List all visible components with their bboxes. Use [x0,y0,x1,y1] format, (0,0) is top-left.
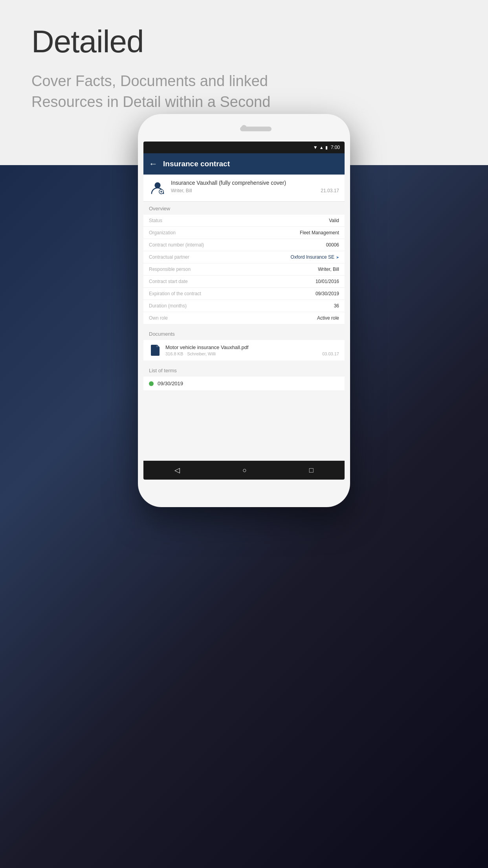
terms-status-dot [149,381,154,386]
detail-label: Contractual partner [149,254,244,260]
detail-row: Expiration of the contract09/30/2019 [143,288,345,300]
detail-row: StatusValid [143,215,345,227]
nav-bar: ◁ ○ □ [143,461,345,480]
status-icons: ▼ ▲ ▮ 7:00 [313,145,340,150]
battery-icon: ▮ [325,145,328,150]
doc-author: Schreiber, Willi [187,351,216,356]
detail-row: OrganizationFleet Management [143,227,345,239]
spacer-2 [143,360,345,364]
hero-title: Detailed [31,24,144,60]
detail-label: Organization [149,230,244,235]
documents-section-header: Documents [143,327,345,340]
spacer-1 [143,324,345,327]
detail-value: 00006 [244,242,339,248]
hero-subtitle: Cover Facts, Documents and linked Resour… [31,71,306,112]
link-arrow-icon: ➤ [336,255,339,259]
detail-label: Duration (months) [149,303,244,309]
terms-card: 09/30/2019 [143,377,345,390]
doc-name: Motor vehicle insurance Vauxhall.pdf [165,344,339,350]
status-bar: ▼ ▲ ▮ 7:00 [143,142,345,153]
detail-row: Duration (months)36 [143,300,345,312]
detail-label: Expiration of the contract [149,291,244,296]
signal-icon: ▲ [319,145,324,150]
detail-value[interactable]: Oxford Insurance SE ➤ [244,254,339,260]
detail-row: Contract start date10/01/2016 [143,276,345,288]
contract-name: Insurance Vauxhall (fully comprehensive … [171,179,339,186]
status-time: 7:00 [331,145,340,150]
doc-meta: 316.8 KB Schreiber, Willi 03.03.17 [165,351,339,356]
doc-info: Motor vehicle insurance Vauxhall.pdf 316… [165,344,339,356]
detail-label: Contract number (internal) [149,242,244,248]
content-area[interactable]: Overview StatusValidOrganizationFleet Ma… [143,202,345,461]
detail-label: Contract start date [149,279,244,284]
documents-card: Motor vehicle insurance Vauxhall.pdf 316… [143,340,345,360]
app-bar-title: Insurance contract [163,160,230,168]
nav-home-button[interactable]: ○ [235,463,255,478]
wifi-icon: ▼ [313,145,318,150]
detail-value: Valid [244,218,339,223]
contract-date: 21.03.17 [321,188,339,193]
contract-info: Insurance Vauxhall (fully comprehensive … [171,179,339,193]
document-row[interactable]: Motor vehicle insurance Vauxhall.pdf 316… [143,340,345,360]
detail-label: Status [149,218,244,223]
doc-size: 316.8 KB [165,351,183,356]
nav-back-button[interactable]: ◁ [167,463,188,478]
overview-section-header: Overview [143,202,345,215]
detail-value: 36 [244,303,339,309]
detail-value: Writer, Bill [244,267,339,272]
contract-author: Writer, Bill [171,188,192,193]
detail-label: Responsible person [149,267,244,272]
back-button[interactable]: ← [149,159,158,169]
contract-icon [149,179,166,197]
detail-label: Own role [149,315,244,321]
detail-value: 09/30/2019 [244,291,339,296]
detail-row: Responsible personWriter, Bill [143,263,345,276]
phone-outer: ▼ ▲ ▮ 7:00 ← Insurance contract [138,114,350,507]
contract-meta: Writer, Bill 21.03.17 [171,188,339,193]
svg-point-0 [154,182,160,188]
phone-earpiece [240,127,272,131]
nav-recents-button[interactable]: □ [301,463,321,478]
phone-screen: ▼ ▲ ▮ 7:00 ← Insurance contract [143,142,345,480]
contract-header: Insurance Vauxhall (fully comprehensive … [143,175,345,202]
document-file-icon [149,344,161,357]
detail-value: 10/01/2016 [244,279,339,284]
terms-row[interactable]: 09/30/2019 [143,377,345,390]
app-bar: ← Insurance contract [143,153,345,175]
terms-section-header: List of terms [143,364,345,377]
phone-mockup: ▼ ▲ ▮ 7:00 ← Insurance contract [138,114,350,507]
doc-date: 03.03.17 [322,351,339,356]
detail-row: Contract number (internal)00006 [143,239,345,251]
detail-value: Active role [244,315,339,321]
detail-value: Fleet Management [244,230,339,235]
overview-card: StatusValidOrganizationFleet ManagementC… [143,215,345,324]
detail-row: Own roleActive role [143,312,345,324]
detail-row[interactable]: Contractual partnerOxford Insurance SE ➤ [143,251,345,263]
person-icon [150,180,165,195]
terms-date: 09/30/2019 [158,381,183,386]
